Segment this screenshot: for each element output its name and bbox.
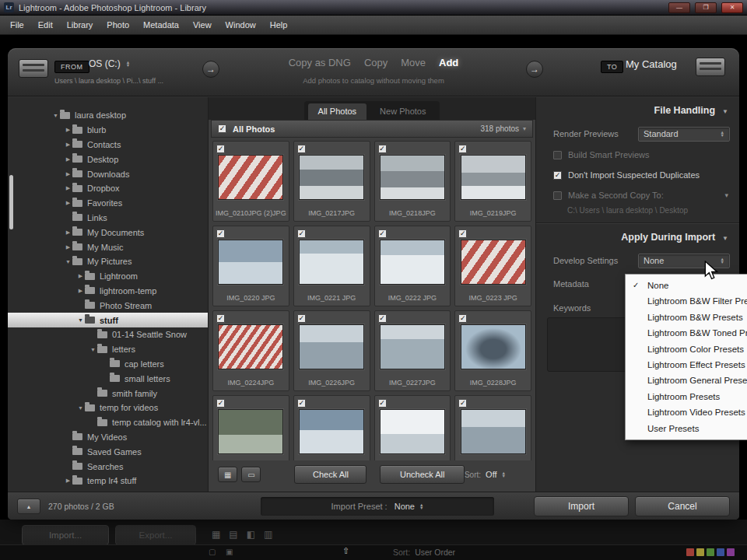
menu-item[interactable]: Metadata: [136, 18, 186, 32]
photo-cell[interactable]: IMG_0223 JPG: [454, 226, 531, 306]
photo-cell[interactable]: IMG_0218JPG: [374, 141, 451, 222]
menu-item[interactable]: Library: [60, 18, 100, 32]
photo-cell[interactable]: [212, 395, 289, 460]
import-method-tab[interactable]: Add: [439, 57, 458, 68]
destination-select[interactable]: My Catalog: [626, 58, 677, 70]
loupe-view-button[interactable]: ▭: [241, 467, 261, 482]
file-handling-option[interactable]: Don't Import Suspected Duplicates: [553, 167, 730, 183]
import-method-tab[interactable]: Copy as DNG: [289, 57, 351, 68]
photo-cell[interactable]: IMG_0210JPG (2)JPG: [212, 141, 289, 222]
photo-cell[interactable]: [293, 395, 370, 460]
disclosure-triangle-icon[interactable]: [64, 259, 72, 264]
photo-count-dropdown[interactable]: 318 photos: [480, 124, 526, 133]
disclosure-triangle-icon[interactable]: [64, 171, 72, 177]
develop-settings-menu-item[interactable]: None: [626, 278, 747, 293]
photo-cell[interactable]: IMG_0228JPG: [454, 310, 531, 391]
photo-checkbox[interactable]: [378, 314, 387, 323]
photo-filter-tab[interactable]: New Photos: [370, 103, 436, 120]
folder-tree-item[interactable]: 01-14 Seattle Snow: [8, 327, 208, 342]
check-all-button[interactable]: Check All: [294, 465, 366, 484]
disclosure-triangle-icon[interactable]: [64, 142, 72, 148]
folder-tree-item[interactable]: Links: [8, 211, 208, 226]
photo-checkbox[interactable]: [458, 145, 467, 153]
folder-tree-item[interactable]: smith family: [8, 386, 208, 401]
folder-tree-item[interactable]: Desktop: [8, 152, 208, 166]
photo-cell[interactable]: IMG_0217JPG: [293, 141, 370, 222]
develop-settings-menu-item[interactable]: Lightroom Presets: [626, 389, 747, 404]
photo-checkbox[interactable]: [297, 229, 306, 238]
photo-checkbox[interactable]: [378, 145, 387, 153]
folder-tree-item[interactable]: Photo Stream: [8, 298, 208, 313]
folder-tree-item[interactable]: Dropbox: [8, 181, 208, 196]
filmstrip-sort-value[interactable]: User Order: [415, 548, 455, 557]
disclosure-triangle-icon[interactable]: [51, 113, 60, 118]
all-photos-checkbox[interactable]: [218, 124, 226, 133]
photo-checkbox[interactable]: [297, 399, 306, 408]
render-previews-select[interactable]: Standard: [638, 127, 730, 142]
develop-settings-menu-item[interactable]: Lightroom B&W Presets: [626, 310, 747, 325]
folder-tree-item[interactable]: stuff: [8, 313, 208, 327]
option-checkbox[interactable]: [553, 171, 562, 180]
color-label-swatch[interactable]: [707, 548, 714, 556]
photo-cell[interactable]: IMG_0226JPG: [293, 310, 370, 391]
disclosure-triangle-icon[interactable]: [76, 405, 85, 411]
option-checkbox[interactable]: [553, 191, 562, 200]
file-handling-option[interactable]: Build Smart Previews: [553, 147, 730, 163]
loupe-view-icon[interactable]: ▤: [229, 529, 237, 540]
disclosure-triangle-icon[interactable]: [64, 229, 72, 236]
disclosure-triangle-icon[interactable]: [64, 200, 72, 206]
folder-tree-item[interactable]: My Videos: [8, 430, 208, 445]
cancel-button[interactable]: Cancel: [635, 496, 730, 516]
photo-cell[interactable]: IMG_0220 JPG: [212, 226, 289, 306]
compare-view-icon[interactable]: ◧: [247, 529, 255, 540]
grid-view-button[interactable]: ▦: [218, 467, 237, 482]
photo-cell[interactable]: IMG_0222 JPG: [374, 226, 451, 306]
second-window-icon[interactable]: ▣: [226, 548, 233, 556]
photo-cell[interactable]: [374, 395, 451, 460]
folder-tree-item[interactable]: Favorites: [8, 196, 208, 211]
color-label-swatch[interactable]: [686, 548, 694, 556]
import-method-tab[interactable]: Move: [401, 57, 426, 68]
menu-item[interactable]: View: [186, 18, 219, 32]
photo-checkbox[interactable]: [216, 229, 225, 238]
import-method-tab[interactable]: Copy: [364, 57, 388, 68]
photo-checkbox[interactable]: [216, 314, 225, 323]
folder-tree-item[interactable]: lightroom-temp: [8, 284, 208, 299]
photo-cell[interactable]: IMG_0227JPG: [374, 310, 451, 391]
photo-cell[interactable]: IMG_0224JPG: [212, 310, 289, 391]
photo-cell[interactable]: IMG_0221 JPG: [293, 226, 370, 306]
menu-item[interactable]: Window: [219, 18, 263, 32]
folder-tree-item[interactable]: Downloads: [8, 166, 208, 181]
background-export-button[interactable]: Export...: [115, 525, 196, 545]
import-button[interactable]: Import: [534, 496, 629, 516]
folder-tree-item[interactable]: My Pictures: [8, 254, 208, 269]
photo-checkbox[interactable]: [216, 399, 225, 408]
disclosure-triangle-icon[interactable]: [64, 478, 72, 484]
folder-tree-item[interactable]: Contacts: [8, 138, 208, 152]
disclosure-triangle-icon[interactable]: [64, 244, 72, 250]
color-label-swatch[interactable]: [727, 548, 735, 556]
folder-tree-item[interactable]: cap letters: [8, 357, 208, 372]
disclosure-triangle-icon[interactable]: [64, 185, 72, 191]
uncheck-all-button[interactable]: Uncheck All: [380, 465, 464, 484]
photo-checkbox[interactable]: [458, 399, 467, 408]
disclosure-triangle-icon[interactable]: [89, 347, 97, 352]
file-handling-header[interactable]: File Handling: [536, 97, 739, 119]
option-checkbox[interactable]: [553, 151, 562, 159]
background-import-button[interactable]: Import...: [22, 525, 109, 545]
photo-checkbox[interactable]: [297, 145, 306, 153]
develop-settings-menu-item[interactable]: Lightroom Color Presets: [626, 341, 747, 357]
survey-view-icon[interactable]: ▥: [264, 529, 272, 540]
photo-cell[interactable]: [454, 395, 531, 460]
folder-tree-item[interactable]: laura desktop: [8, 108, 208, 123]
folder-tree-item[interactable]: letters: [8, 342, 208, 357]
menu-item[interactable]: Edit: [31, 18, 60, 32]
photo-checkbox[interactable]: [297, 314, 306, 323]
filmstrip-source-arrow-icon[interactable]: ⇧: [342, 546, 349, 556]
menu-item[interactable]: Help: [263, 18, 295, 32]
folder-tree-item[interactable]: My Documents: [8, 225, 208, 240]
develop-settings-menu-item[interactable]: Lightroom B&W Filter Presets: [626, 293, 747, 309]
photo-checkbox[interactable]: [378, 229, 387, 238]
disclosure-triangle-icon[interactable]: [76, 273, 85, 279]
color-label-swatch[interactable]: [696, 548, 704, 556]
